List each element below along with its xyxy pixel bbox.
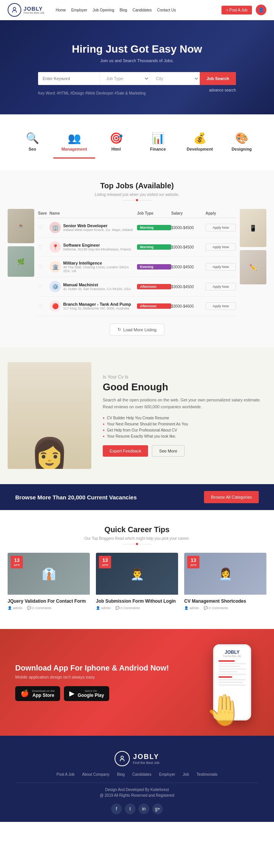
job-type-select[interactable]: Job Type Full Time Part Time Freelance bbox=[100, 72, 150, 85]
blog-section: Quick Career Tips Our Top Bloggers Read … bbox=[0, 510, 274, 629]
apply-btn-1[interactable]: Apply Now bbox=[206, 224, 236, 231]
footer-candidates[interactable]: Candidates bbox=[132, 772, 152, 777]
vacancies-text: Browse More Than 20,000 Current Vacancie… bbox=[15, 494, 137, 501]
load-more-area: ↻ Load More Listing bbox=[8, 324, 266, 335]
blog-section-title: Quick Career Tips bbox=[8, 525, 266, 534]
apply-btn-5[interactable]: Apply Now bbox=[206, 302, 236, 310]
col-apply: Apply bbox=[206, 211, 236, 215]
table-header: Save Name Job Type Salary Apply bbox=[38, 209, 236, 218]
cv-point-2: Your Next Resume Should be Prominent As … bbox=[103, 422, 266, 426]
hero-section: Hiring Just Got Easy Now Join us and Sea… bbox=[0, 20, 274, 114]
blog-date-2: 13 APR bbox=[99, 556, 111, 568]
browse-all-button[interactable]: Browse All Categories bbox=[204, 491, 259, 503]
apply-btn-4[interactable]: Apply Now bbox=[206, 283, 236, 290]
footer-blog[interactable]: Blog bbox=[117, 772, 124, 777]
nav-home[interactable]: Home bbox=[56, 8, 66, 12]
save-icon-2[interactable]: ♡ bbox=[38, 244, 49, 250]
footer-nav: Post A Job About Company Blog Candidates… bbox=[15, 772, 259, 777]
blog-grid: 13 APR 👔 JQuery Validation For Contact F… bbox=[8, 553, 266, 614]
apply-btn-3[interactable]: Apply Now bbox=[206, 263, 236, 271]
job-location-5: 117 King St, Melbourne VIC 3000, Austral… bbox=[63, 306, 131, 310]
table-row: ♡ 🏛️ Military Intelligence 49 The Mall, … bbox=[38, 257, 236, 277]
job-logo-2: 📍 bbox=[49, 241, 61, 253]
top-jobs-section: Top Jobs (Available) Listing released ju… bbox=[0, 170, 274, 347]
see-more-button[interactable]: See More bbox=[152, 445, 185, 457]
blog-title: Quick Career Tips bbox=[8, 525, 266, 534]
nav-contact[interactable]: Contact Us bbox=[157, 8, 176, 12]
footer: JOBLY Find the Best Job Post A Job About… bbox=[0, 736, 274, 822]
blog-card-2[interactable]: 13 APR 👨‍💼 Job Submission Form Without L… bbox=[96, 553, 178, 614]
save-icon-3[interactable]: ♡ bbox=[38, 264, 49, 270]
job-salary-1: $3000-$4500 bbox=[171, 226, 206, 230]
twitter-icon[interactable]: t bbox=[125, 804, 135, 814]
cat-seo[interactable]: 🔍 Seo bbox=[11, 126, 53, 159]
app-store-button[interactable]: 🍎 Download on the App Store bbox=[15, 686, 60, 701]
advance-search-link[interactable]: advance search bbox=[209, 88, 236, 92]
blog-card-1[interactable]: 13 APR 👔 JQuery Validation For Contact F… bbox=[8, 553, 90, 614]
search-bar: Job Type Full Time Part Time Freelance C… bbox=[38, 72, 236, 85]
jobs-layout: 📚 🌿 Save Name Job Type Salary Apply ♡ 🏢 … bbox=[8, 209, 266, 316]
footer-employer[interactable]: Employer bbox=[159, 772, 175, 777]
android-icon: ▶ bbox=[69, 689, 75, 698]
footer-copyright: @ 2019 All Rights Reserved and Registere… bbox=[15, 793, 259, 797]
social-icons: f t in g+ bbox=[15, 804, 259, 814]
blog-card-3[interactable]: 13 APR 👩‍💼 CV Management Shortcodes 👤 ad… bbox=[184, 553, 266, 614]
footer-job[interactable]: Job bbox=[183, 772, 189, 777]
table-row: ♡ 📍 Software Engineer Defense, 92130 Iss… bbox=[38, 237, 236, 257]
keyword-input[interactable] bbox=[38, 72, 100, 85]
job-type-4: Afternoon bbox=[137, 284, 171, 289]
cat-development[interactable]: 💰 Development bbox=[179, 126, 221, 159]
blog-title-3: CV Management Shortcodes bbox=[184, 598, 266, 604]
load-more-button[interactable]: ↻ Load More Listing bbox=[110, 324, 164, 335]
job-logo-4: ⚙️ bbox=[49, 281, 61, 292]
expert-feedback-button[interactable]: Expert Feedback bbox=[103, 445, 148, 457]
job-info-5: 🔴 Branch Manager - Tank And Pump 117 Kin… bbox=[49, 300, 137, 312]
job-logo-5: 🔴 bbox=[49, 300, 61, 312]
cat-seo-label: Seo bbox=[15, 147, 49, 151]
google-play-button[interactable]: ▶ Get it On Google Play bbox=[64, 686, 109, 701]
table-row: ♡ 🔴 Branch Manager - Tank And Pump 117 K… bbox=[38, 297, 236, 316]
user-avatar[interactable]: 👤 bbox=[256, 5, 266, 15]
logo[interactable]: JOBLY Find the Best Job bbox=[8, 3, 44, 17]
hero-title: Hiring Just Got Easy Now bbox=[8, 43, 266, 55]
blog-img-3: 13 APR 👩‍💼 bbox=[184, 553, 266, 595]
footer-about[interactable]: About Company bbox=[82, 772, 110, 777]
linkedin-icon[interactable]: in bbox=[139, 804, 149, 814]
footer-post-job[interactable]: Post A Job bbox=[57, 772, 75, 777]
save-icon-4[interactable]: ♡ bbox=[38, 284, 49, 290]
col-save: Save bbox=[38, 211, 49, 215]
deco-image-left: 📚 bbox=[8, 209, 34, 243]
googleplus-icon[interactable]: g+ bbox=[152, 804, 163, 814]
post-job-button[interactable]: + Post A Job bbox=[221, 6, 252, 14]
nav-employer[interactable]: Employer bbox=[71, 8, 87, 12]
job-search-button[interactable]: Job Search bbox=[200, 72, 236, 85]
cat-html[interactable]: 🎯 Html bbox=[95, 126, 137, 159]
job-type-3: Evening bbox=[137, 264, 171, 270]
jobs-table: Save Name Job Type Salary Apply ♡ 🏢 Seni… bbox=[38, 209, 236, 316]
job-location-4: 41 Sutter St, San Francisco, CA 94104, U… bbox=[63, 287, 131, 291]
app-title: Download App For Iphone & Andriod Now! bbox=[15, 664, 194, 672]
cv-point-4: Your Resume Exactly What you look like. bbox=[103, 434, 266, 438]
cat-designing[interactable]: 🎨 Designing bbox=[221, 126, 263, 159]
cat-finance[interactable]: 📊 Finance bbox=[137, 126, 179, 159]
facebook-icon[interactable]: f bbox=[111, 804, 122, 814]
phone-screen bbox=[218, 660, 246, 687]
apply-btn-2[interactable]: Apply Now bbox=[206, 243, 236, 251]
job-info-3: 🏛️ Military Intelligence 49 The Mall, Ch… bbox=[49, 261, 137, 273]
cv-pretitle: Is Your Cv Is bbox=[103, 374, 266, 380]
cat-management[interactable]: 👥 Management bbox=[53, 126, 95, 159]
nav-blog[interactable]: Blog bbox=[119, 8, 127, 12]
cv-title: Good Enough bbox=[103, 381, 266, 393]
cat-development-label: Development bbox=[183, 147, 217, 151]
save-icon-5[interactable]: ♡ bbox=[38, 303, 49, 309]
table-row: ♡ ⚙️ Manual Machinist 41 Sutter St, San … bbox=[38, 277, 236, 297]
footer-divider bbox=[15, 783, 259, 783]
nav-candidates[interactable]: Candidates bbox=[132, 8, 152, 12]
city-select[interactable]: City bbox=[150, 72, 200, 85]
app-subtitle: Mobile application design isn't always e… bbox=[15, 675, 194, 679]
table-row: ♡ 🏢 Senior Web Developer Ireland West Ai… bbox=[38, 218, 236, 237]
footer-testimonials[interactable]: Testimonials bbox=[196, 772, 217, 777]
nav-job-opening[interactable]: Job Opening bbox=[92, 8, 114, 12]
blog-img-2: 13 APR 👨‍💼 bbox=[96, 553, 178, 595]
save-icon-1[interactable]: ♡ bbox=[38, 225, 49, 231]
